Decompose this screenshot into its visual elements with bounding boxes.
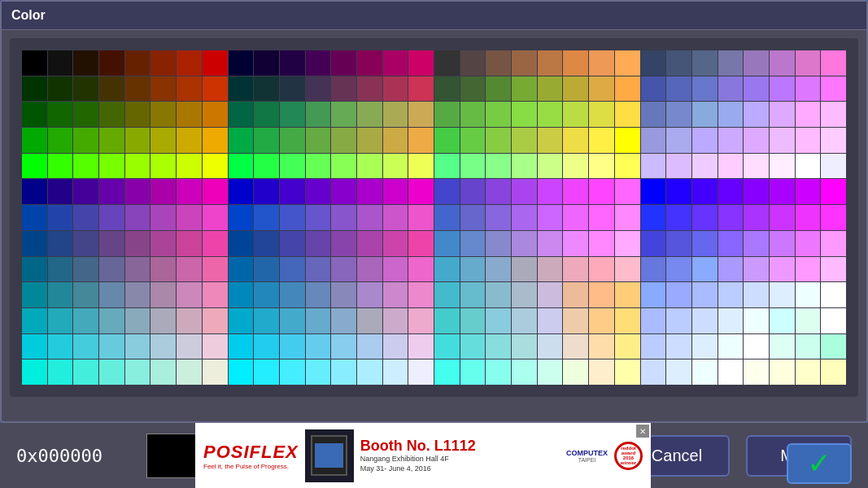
color-cell[interactable] bbox=[821, 50, 846, 76]
color-cell[interactable] bbox=[512, 205, 537, 230]
color-cell[interactable] bbox=[589, 231, 614, 256]
color-cell[interactable] bbox=[203, 76, 228, 102]
color-cell[interactable] bbox=[666, 231, 691, 256]
color-cell[interactable] bbox=[254, 128, 279, 153]
color-cell[interactable] bbox=[73, 231, 98, 256]
color-cell[interactable] bbox=[73, 50, 98, 76]
color-cell[interactable] bbox=[512, 154, 537, 179]
color-cell[interactable] bbox=[280, 257, 305, 282]
color-cell[interactable] bbox=[434, 231, 460, 256]
color-cell[interactable] bbox=[357, 308, 382, 333]
color-cell[interactable] bbox=[718, 128, 744, 153]
color-cell[interactable] bbox=[796, 231, 821, 256]
color-cell[interactable] bbox=[486, 231, 511, 256]
color-cell[interactable] bbox=[512, 308, 537, 333]
color-cell[interactable] bbox=[73, 128, 98, 153]
color-cell[interactable] bbox=[434, 308, 460, 333]
color-cell[interactable] bbox=[796, 282, 821, 307]
color-cell[interactable] bbox=[150, 76, 176, 102]
color-cell[interactable] bbox=[203, 308, 228, 333]
color-cell[interactable] bbox=[692, 128, 718, 153]
color-cell[interactable] bbox=[589, 205, 614, 230]
color-cell[interactable] bbox=[589, 154, 614, 179]
color-cell[interactable] bbox=[280, 102, 305, 127]
color-cell[interactable] bbox=[150, 231, 176, 256]
color-cell[interactable] bbox=[125, 154, 150, 179]
color-cell[interactable] bbox=[22, 205, 47, 230]
color-cell[interactable] bbox=[306, 50, 331, 76]
color-cell[interactable] bbox=[280, 308, 305, 333]
color-cell[interactable] bbox=[666, 76, 691, 102]
color-cell[interactable] bbox=[796, 76, 821, 102]
color-cell[interactable] bbox=[48, 179, 73, 204]
color-cell[interactable] bbox=[589, 257, 614, 282]
color-cell[interactable] bbox=[306, 282, 331, 307]
color-cell[interactable] bbox=[615, 205, 640, 230]
color-cell[interactable] bbox=[99, 257, 124, 282]
color-cell[interactable] bbox=[331, 334, 356, 359]
color-cell[interactable] bbox=[408, 282, 434, 307]
color-cell[interactable] bbox=[718, 50, 744, 76]
color-cell[interactable] bbox=[177, 154, 202, 179]
color-cell[interactable] bbox=[486, 205, 511, 230]
color-cell[interactable] bbox=[150, 50, 176, 76]
color-cell[interactable] bbox=[512, 102, 537, 127]
color-cell[interactable] bbox=[203, 102, 228, 127]
color-cell[interactable] bbox=[460, 257, 486, 282]
color-cell[interactable] bbox=[770, 128, 795, 153]
color-cell[interactable] bbox=[306, 179, 331, 204]
color-cell[interactable] bbox=[48, 359, 73, 385]
color-cell[interactable] bbox=[512, 359, 537, 385]
color-cell[interactable] bbox=[821, 282, 846, 307]
color-cell[interactable] bbox=[22, 128, 47, 153]
color-cell[interactable] bbox=[744, 359, 769, 385]
color-cell[interactable] bbox=[486, 76, 511, 102]
color-cell[interactable] bbox=[150, 102, 176, 127]
color-cell[interactable] bbox=[460, 359, 486, 385]
color-cell[interactable] bbox=[22, 102, 47, 127]
color-cell[interactable] bbox=[434, 102, 460, 127]
color-cell[interactable] bbox=[125, 128, 150, 153]
color-cell[interactable] bbox=[357, 282, 382, 307]
color-cell[interactable] bbox=[512, 334, 537, 359]
color-cell[interactable] bbox=[589, 282, 614, 307]
color-cell[interactable] bbox=[744, 308, 769, 333]
color-cell[interactable] bbox=[408, 334, 434, 359]
color-cell[interactable] bbox=[692, 205, 718, 230]
color-cell[interactable] bbox=[229, 102, 254, 127]
color-cell[interactable] bbox=[589, 128, 614, 153]
color-cell[interactable] bbox=[203, 128, 228, 153]
color-cell[interactable] bbox=[203, 154, 228, 179]
color-cell[interactable] bbox=[99, 205, 124, 230]
color-cell[interactable] bbox=[383, 257, 408, 282]
color-cell[interactable] bbox=[203, 179, 228, 204]
color-cell[interactable] bbox=[48, 50, 73, 76]
color-cell[interactable] bbox=[486, 102, 511, 127]
color-cell[interactable] bbox=[73, 76, 98, 102]
color-cell[interactable] bbox=[796, 205, 821, 230]
color-cell[interactable] bbox=[563, 128, 588, 153]
color-cell[interactable] bbox=[512, 231, 537, 256]
color-cell[interactable] bbox=[331, 154, 356, 179]
color-cell[interactable] bbox=[770, 102, 795, 127]
color-cell[interactable] bbox=[357, 128, 382, 153]
color-cell[interactable] bbox=[770, 205, 795, 230]
color-cell[interactable] bbox=[744, 128, 769, 153]
color-cell[interactable] bbox=[408, 76, 434, 102]
color-cell[interactable] bbox=[331, 359, 356, 385]
color-cell[interactable] bbox=[73, 257, 98, 282]
color-cell[interactable] bbox=[73, 179, 98, 204]
color-cell[interactable] bbox=[796, 334, 821, 359]
color-cell[interactable] bbox=[589, 308, 614, 333]
color-cell[interactable] bbox=[177, 359, 202, 385]
color-cell[interactable] bbox=[589, 50, 614, 76]
color-cell[interactable] bbox=[22, 359, 47, 385]
color-cell[interactable] bbox=[48, 128, 73, 153]
color-cell[interactable] bbox=[177, 128, 202, 153]
color-cell[interactable] bbox=[331, 308, 356, 333]
color-cell[interactable] bbox=[177, 231, 202, 256]
color-cell[interactable] bbox=[666, 282, 691, 307]
color-cell[interactable] bbox=[718, 257, 744, 282]
color-cell[interactable] bbox=[744, 76, 769, 102]
color-cell[interactable] bbox=[770, 359, 795, 385]
